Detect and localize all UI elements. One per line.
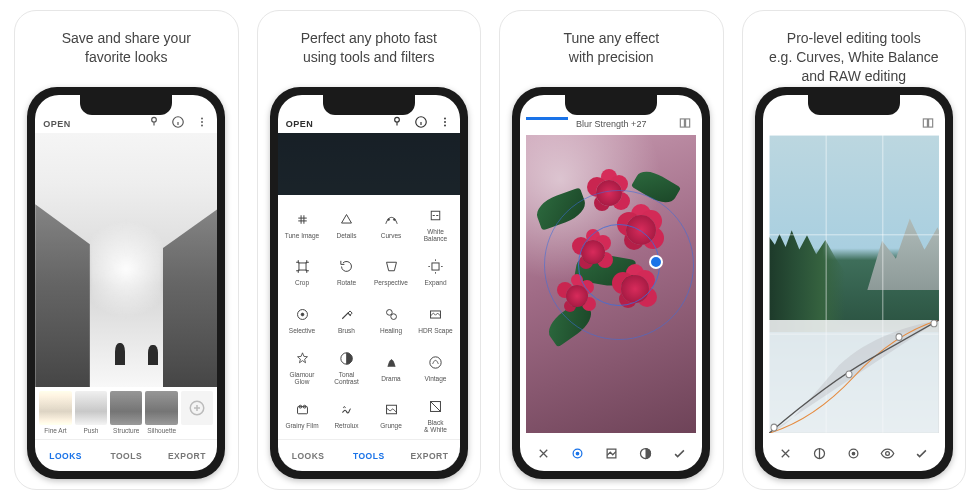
photo-preview[interactable] — [769, 135, 939, 433]
channel-select-button[interactable] — [837, 446, 871, 461]
brush-icon[interactable] — [147, 115, 161, 129]
tool-vintage[interactable]: Vintage — [413, 344, 458, 392]
info-icon[interactable] — [171, 115, 185, 129]
brush-icon[interactable] — [390, 115, 404, 129]
more-icon[interactable] — [438, 115, 452, 129]
svg-point-42 — [886, 451, 890, 455]
apply-button[interactable] — [662, 446, 696, 461]
bottom-tabs: LOOKS TOOLS EXPORT — [35, 439, 217, 471]
edit-toolbar — [520, 435, 702, 471]
visibility-button[interactable] — [871, 446, 905, 461]
look-item-structure[interactable]: Structure — [110, 391, 142, 434]
tab-looks[interactable]: LOOKS — [278, 440, 339, 471]
tool-white-balance[interactable]: White Balance — [413, 201, 458, 249]
tool-perspective[interactable]: Perspective — [369, 249, 414, 297]
cancel-button[interactable] — [526, 446, 560, 461]
tab-tools[interactable]: TOOLS — [96, 440, 157, 471]
photo-preview[interactable] — [526, 135, 696, 433]
svg-rect-14 — [432, 263, 439, 270]
tools-sheet: Tune ImageDetailsCurvesWhite BalanceCrop… — [278, 195, 460, 471]
compare-icon[interactable] — [678, 116, 692, 130]
screenshot-card-1: Save and share your favorite looks OPEN — [14, 10, 239, 490]
cancel-button[interactable] — [769, 446, 803, 461]
svg-rect-28 — [686, 119, 690, 127]
svg-point-10 — [444, 125, 446, 127]
photo-preview[interactable] — [35, 133, 217, 387]
tool-drama[interactable]: Drama — [369, 344, 414, 392]
screenshot-card-3: Tune any effect with precision Blur Stre… — [499, 10, 724, 490]
phone-frame-2: OPEN Tune Imag — [270, 87, 468, 479]
tool-grunge[interactable]: Grunge — [369, 391, 414, 439]
svg-rect-34 — [928, 119, 932, 127]
curves-editor[interactable] — [769, 320, 939, 433]
svg-point-38 — [931, 320, 937, 327]
slider-progress — [526, 117, 568, 120]
tool-selective[interactable]: Selective — [280, 296, 325, 344]
more-icon[interactable] — [195, 115, 209, 129]
tool-curves[interactable]: Curves — [369, 201, 414, 249]
looks-strip: Fine Art Push Structure Silhouette — [35, 387, 217, 439]
svg-point-12 — [393, 218, 395, 220]
info-icon[interactable] — [414, 115, 428, 129]
tool-black-white[interactable]: Black & White — [413, 391, 458, 439]
tool-healing[interactable]: Healing — [369, 296, 414, 344]
svg-point-16 — [301, 313, 304, 316]
svg-point-35 — [771, 424, 777, 431]
svg-point-3 — [201, 121, 203, 123]
tab-export[interactable]: EXPORT — [157, 440, 218, 471]
slider-label: Blur Strength +27 — [576, 119, 646, 129]
svg-point-9 — [444, 121, 446, 123]
bottom-tabs: LOOKS TOOLS EXPORT — [278, 439, 460, 471]
svg-point-0 — [152, 117, 157, 122]
svg-point-8 — [444, 118, 446, 120]
look-add[interactable] — [181, 391, 213, 434]
compare-icon[interactable] — [921, 116, 935, 130]
svg-rect-27 — [681, 119, 685, 127]
svg-point-37 — [896, 333, 902, 340]
blur-center-handle[interactable] — [649, 255, 663, 269]
svg-point-21 — [430, 356, 441, 367]
phone-frame-3: Blur Strength +27 — [512, 87, 710, 479]
svg-rect-13 — [431, 211, 440, 220]
tab-tools[interactable]: TOOLS — [338, 440, 399, 471]
screenshot-card-2: Perfect any photo fast using tools and f… — [257, 10, 482, 490]
phone-frame-4 — [755, 87, 953, 479]
caption-4: Pro-level editing tools e.g. Curves, Whi… — [761, 29, 947, 87]
channel-luminance-button[interactable] — [803, 446, 837, 461]
tool-grainy-film[interactable]: Grainy Film — [280, 391, 325, 439]
svg-point-30 — [576, 452, 579, 455]
open-button[interactable]: OPEN — [43, 119, 71, 129]
tool-tonal-contrast[interactable]: Tonal Contrast — [324, 344, 369, 392]
svg-point-18 — [390, 314, 396, 320]
tool-glamour-glow[interactable]: Glamour Glow — [280, 344, 325, 392]
tool-brush[interactable]: Brush — [324, 296, 369, 344]
tool-retrolux[interactable]: Retrolux — [324, 391, 369, 439]
caption-3: Tune any effect with precision — [555, 29, 667, 87]
svg-point-11 — [387, 218, 389, 220]
adjust-button[interactable] — [594, 446, 628, 461]
svg-point-41 — [853, 452, 856, 455]
tool-expand[interactable]: Expand — [413, 249, 458, 297]
blur-radius-inner[interactable] — [578, 224, 660, 306]
svg-point-36 — [846, 371, 852, 378]
apply-button[interactable] — [905, 446, 939, 461]
tab-looks[interactable]: LOOKS — [35, 440, 96, 471]
svg-point-6 — [394, 117, 399, 122]
tool-hdr-scape[interactable]: HDR Scape — [413, 296, 458, 344]
edit-toolbar — [763, 435, 945, 471]
tool-tune-image[interactable]: Tune Image — [280, 201, 325, 249]
look-item-push[interactable]: Push — [75, 391, 107, 434]
caption-2: Perfect any photo fast using tools and f… — [293, 29, 445, 87]
svg-point-4 — [201, 125, 203, 127]
tab-export[interactable]: EXPORT — [399, 440, 460, 471]
look-item-fine-art[interactable]: Fine Art — [39, 391, 71, 434]
caption-1: Save and share your favorite looks — [54, 29, 199, 87]
look-item-silhouette[interactable]: Silhouette — [145, 391, 177, 434]
tool-crop[interactable]: Crop — [280, 249, 325, 297]
open-button[interactable]: OPEN — [286, 119, 314, 129]
svg-rect-33 — [923, 119, 927, 127]
tool-details[interactable]: Details — [324, 201, 369, 249]
shape-circle-button[interactable] — [560, 446, 594, 461]
tool-rotate[interactable]: Rotate — [324, 249, 369, 297]
invert-button[interactable] — [628, 446, 662, 461]
